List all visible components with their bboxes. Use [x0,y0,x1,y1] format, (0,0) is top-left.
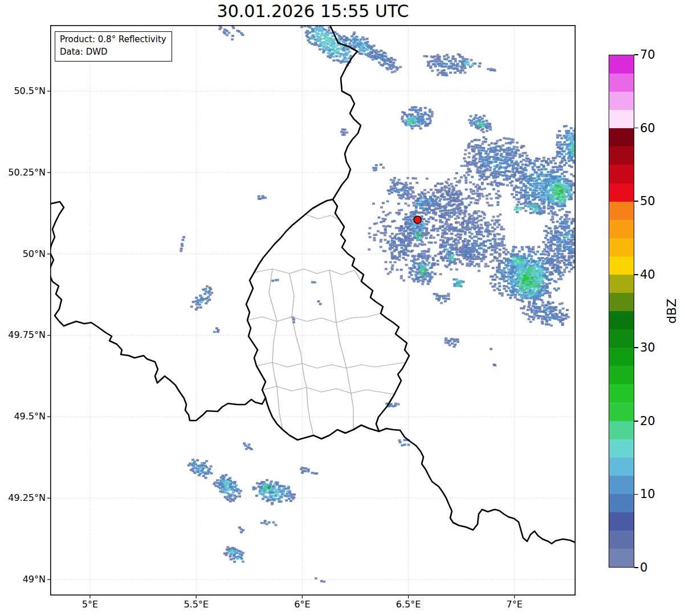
y-tick-label: 49.75°N [0,329,46,341]
y-tick-label: 49.5°N [0,410,46,423]
colorbar-tick [634,128,638,129]
colorbar-band [609,256,634,275]
y-tick-label: 50°N [0,248,46,260]
colorbar-band [609,183,634,202]
colorbar-band [609,476,634,494]
figure-title: 30.01.2026 15:55 UTC [50,1,576,21]
product-info-box: Product: 0.8° Reflectivity Data: DWD [55,31,172,62]
colorbar-band [609,329,634,348]
colorbar-band [609,512,634,531]
colorbar-band [609,128,634,146]
colorbar-band [609,458,634,476]
colorbar-tick [634,274,638,275]
colorbar-band [609,74,634,92]
radar-echo-field [180,19,586,582]
radar-figure: 30.01.2026 15:55 UTC Product: 0.8° Refle… [0,0,685,616]
colorbar-band [609,384,634,402]
colorbar-band [609,293,634,311]
y-tick-label: 49.25°N [0,492,46,504]
colorbar-band [609,55,634,74]
colorbar-band [609,402,634,421]
colorbar-band [609,421,634,439]
colorbar-tick-label: 60 [640,121,655,136]
colorbar-unit-label: dBZ [664,299,679,324]
colorbar-band [609,92,634,110]
colorbar-band [609,366,634,384]
colorbar-tick-label: 20 [640,414,655,429]
colorbar-band [609,146,634,165]
colorbar-band [609,439,634,458]
colorbar-band [609,311,634,329]
colorbar-band [609,531,634,549]
colorbar-tick-label: 50 [640,194,655,209]
colorbar-band [609,238,634,256]
x-tick-label: 6°E [276,598,328,611]
colorbar-band [609,110,634,128]
y-tick-label: 49°N [0,573,46,586]
x-tick-label: 7°E [489,598,540,611]
x-tick-label: 6.5°E [383,598,434,611]
colorbar-tick-label: 70 [640,47,655,62]
x-tick-label: 5°E [64,598,116,611]
radar-map [50,25,576,595]
colorbar-band [609,220,634,238]
colorbar-band [609,549,634,567]
colorbar-tick [634,567,638,568]
colorbar-band [609,165,634,183]
colorbar-tick [634,201,638,202]
colorbar-band [609,348,634,366]
colorbar-tick [634,347,638,348]
graticule [47,25,576,598]
colorbar-tick-label: 10 [640,487,655,501]
colorbar-tick-label: 0 [640,560,647,575]
colorbar-tick [634,54,638,55]
data-source-label: Data: DWD [60,46,166,59]
colorbar-tick [634,494,638,495]
colorbar-tick-label: 40 [640,267,655,282]
y-tick-label: 50.5°N [0,85,46,97]
colorbar-band [609,494,634,512]
radar-site-marker [414,216,421,223]
colorbar-tick-label: 30 [640,340,655,355]
colorbar-band [609,275,634,293]
colorbar-tick [634,421,638,422]
x-tick-label: 5.5°E [170,598,222,611]
colorbar [609,55,634,568]
product-label: Product: 0.8° Reflectivity [60,34,166,46]
y-tick-label: 50.25°N [0,166,46,179]
colorbar-band [609,202,634,220]
country-borders [49,24,577,544]
